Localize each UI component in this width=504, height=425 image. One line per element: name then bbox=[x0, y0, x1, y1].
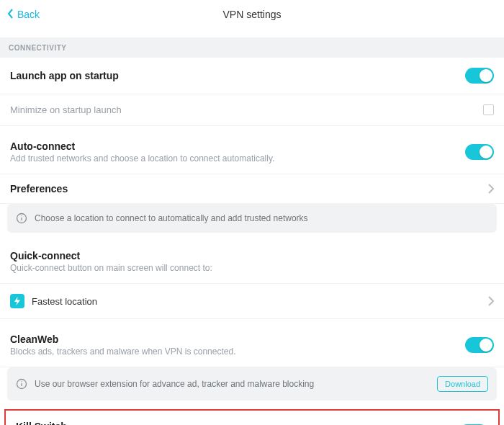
svg-point-5 bbox=[21, 381, 22, 382]
preferences-title: Preferences bbox=[10, 183, 482, 194]
back-label: Back bbox=[17, 9, 40, 20]
row-fastest-location[interactable]: Fastest location bbox=[0, 284, 504, 319]
chevron-right-icon bbox=[488, 184, 494, 194]
page-title: VPN settings bbox=[223, 9, 282, 20]
row-preferences[interactable]: Preferences bbox=[0, 174, 504, 204]
quick-connect-title: Quick-connect bbox=[10, 250, 494, 261]
launch-on-startup-title: Launch app on startup bbox=[10, 70, 465, 81]
back-button[interactable]: Back bbox=[7, 9, 40, 21]
section-header-connectivity: CONNECTIVITY bbox=[0, 37, 504, 58]
auto-connect-toggle[interactable] bbox=[465, 144, 494, 160]
auto-connect-sub: Add trusted networks and choose a locati… bbox=[10, 153, 465, 164]
info-icon bbox=[16, 378, 27, 390]
kill-switch-title: Kill Switch bbox=[16, 421, 459, 425]
row-launch-on-startup: Launch app on startup bbox=[0, 58, 504, 94]
chevron-right-icon bbox=[488, 296, 494, 306]
cleanweb-title: CleanWeb bbox=[10, 334, 465, 345]
bolt-icon bbox=[10, 294, 24, 308]
row-cleanweb: CleanWeb Blocks ads, trackers and malwar… bbox=[0, 323, 504, 367]
cleanweb-sub: Blocks ads, trackers and malware when VP… bbox=[10, 346, 465, 357]
info-icon bbox=[16, 212, 27, 224]
preferences-info-text: Choose a location to connect to automati… bbox=[35, 213, 308, 223]
minimize-on-startup-title: Minimize on startup launch bbox=[10, 104, 483, 115]
quick-connect-sub: Quick-connect button on main screen will… bbox=[10, 263, 494, 273]
row-quick-connect: Quick-connect Quick-connect button on ma… bbox=[0, 240, 504, 284]
row-auto-connect: Auto-connect Add trusted networks and ch… bbox=[0, 130, 504, 174]
back-chevron-icon bbox=[7, 9, 14, 21]
auto-connect-title: Auto-connect bbox=[10, 140, 465, 152]
minimize-on-startup-checkbox[interactable] bbox=[483, 104, 494, 115]
svg-point-2 bbox=[21, 215, 22, 216]
download-button[interactable]: Download bbox=[437, 376, 488, 392]
cleanweb-toggle[interactable] bbox=[465, 337, 494, 353]
fastest-location-label: Fastest location bbox=[32, 296, 482, 307]
preferences-info-bar: Choose a location to connect to automati… bbox=[7, 204, 497, 233]
row-kill-switch: Kill Switch Disables your internet conne… bbox=[6, 411, 498, 425]
cleanweb-info-bar: Use our browser extension for advance ad… bbox=[7, 367, 497, 401]
cleanweb-info-text: Use our browser extension for advance ad… bbox=[35, 379, 314, 389]
header: Back VPN settings bbox=[0, 0, 504, 29]
launch-on-startup-toggle[interactable] bbox=[465, 68, 494, 84]
row-minimize-on-startup: Minimize on startup launch bbox=[0, 94, 504, 126]
kill-switch-highlight: Kill Switch Disables your internet conne… bbox=[4, 409, 500, 425]
